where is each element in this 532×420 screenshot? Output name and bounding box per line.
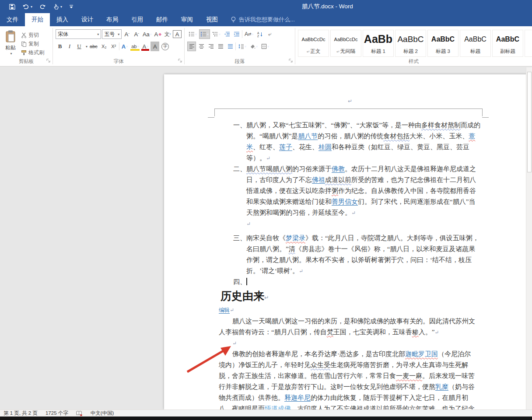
shrink-font-button[interactable]: Aˇ	[132, 29, 141, 39]
style-无间隔[interactable]: AaBbCcDc↵无间隔	[330, 30, 361, 57]
text-line[interactable]: 行并非解脱之道，于是放弃苦行下山。这时一位牧女见到他虚弱不堪，便熬乳糜（奶与谷	[219, 382, 528, 392]
page-indicator[interactable]: 第 1 页, 共 2 页	[4, 410, 38, 416]
character-border-button[interactable]: A	[173, 30, 182, 38]
font-color-button[interactable]: A▾	[141, 42, 150, 51]
tab-插入[interactable]: 插入	[50, 13, 75, 26]
align-center-button[interactable]	[197, 42, 206, 51]
italic-button[interactable]: I	[65, 42, 74, 51]
enclose-characters-button[interactable]: 字	[160, 42, 170, 51]
hyperlink-run[interactable]: 米	[246, 144, 253, 150]
multilevel-list-button[interactable]: ▾	[211, 29, 222, 39]
undo-dropdown-caret[interactable]: ▾	[31, 5, 32, 9]
text-line[interactable]: 名曰腊八粥。”清《房县志》卷十一《风俗》称，“腊八日，以米和麦豆及诸蔬果	[246, 244, 528, 255]
proofing-status[interactable]	[76, 411, 83, 416]
tell-me-box[interactable]: 告诉我您想要做什么...	[231, 13, 295, 26]
undo-icon[interactable]: ▾	[20, 3, 35, 10]
strikethrough-button[interactable]: abc	[88, 42, 99, 51]
underline-button[interactable]: U	[75, 42, 84, 51]
style-标题 1[interactable]: AaBb标题 1	[363, 30, 394, 57]
text-line[interactable]: 天熬粥和喝粥的习俗，并延续至今。↵	[246, 207, 528, 218]
grow-font-button[interactable]: Aˆ	[122, 29, 131, 39]
hyperlink-run[interactable]: 佛祖	[312, 176, 325, 183]
text-line[interactable]: ↵	[232, 338, 528, 349]
hyperlink-run[interactable]: 编辑	[219, 307, 230, 313]
tab-布局[interactable]: 布局	[100, 13, 125, 26]
numbering-button[interactable]: ▾	[199, 29, 210, 39]
font-size-combo[interactable]: 五号▾	[102, 29, 122, 39]
document-content[interactable]: 一、腊八粥，又称“七宝五味粥”、“佛粥”、“大家饭”等，是一种由多样食材熬制而成…	[164, 120, 528, 410]
style-标题 2[interactable]: AaBbC标题 2	[395, 30, 426, 57]
redo-icon[interactable]	[37, 3, 49, 10]
asian-layout-button[interactable]: A⇄▾	[243, 29, 255, 39]
hyperlink-run[interactable]: 乳糜	[435, 383, 448, 390]
line-spacing-button[interactable]: ▾	[237, 42, 248, 51]
text-line[interactable]: 物共煮而成）供养他。释迦牟尼的体力由此恢复，随后于菩提树下入定七日，在腊月初	[219, 392, 528, 403]
text-effects-button[interactable]: A▾	[120, 42, 129, 51]
text-line[interactable]: 粥。“喝腊八粥”是腊八节的习俗，腊八粥的传统食材包括大米、小米、玉米、薏	[246, 131, 528, 142]
font-dialog-launcher[interactable]	[178, 57, 182, 65]
subscript-button[interactable]: X₂	[100, 42, 108, 51]
tab-引用[interactable]: 引用	[125, 13, 150, 26]
shading-button[interactable]: ▾	[248, 42, 259, 51]
distribute-button[interactable]	[226, 42, 234, 51]
style-正文[interactable]: AaBbCcDc↵正文	[298, 30, 329, 57]
hyperlink-run[interactable]: 薏	[469, 133, 475, 140]
show-hide-marks-button[interactable]: ⤶	[266, 29, 274, 39]
hyperlink-run[interactable]: 莲子	[279, 144, 292, 150]
touch-mouse-mode-icon[interactable]: ▾	[50, 3, 65, 11]
customize-qat-icon[interactable]	[66, 3, 76, 10]
copy-button[interactable]: 复制	[21, 40, 44, 48]
tab-开始[interactable]: 开始	[25, 13, 50, 26]
touch-mode-dropdown-caret[interactable]: ▾	[60, 5, 62, 9]
hyperlink-run[interactable]: 佛教	[332, 165, 345, 172]
text-line[interactable]: 和果实做成粥来赠送给门徒和善男信女们。到了宋代，民间逐渐形成在“腊八”当	[246, 196, 528, 207]
tab-视图[interactable]: 视图	[200, 13, 224, 26]
style-标题 3[interactable]: AaBbC标题 3	[427, 30, 458, 57]
borders-button[interactable]: ▾	[260, 42, 270, 51]
text-line[interactable]: ↵	[246, 218, 528, 229]
language-indicator[interactable]: 中文(中国)	[91, 410, 114, 416]
word-count[interactable]: 1725 个字	[46, 410, 68, 416]
text-line[interactable]: 境内）净饭王的儿子，年轻时见众生受生老病死等痛苦折磨，为寻求人生真谛与生死解	[219, 360, 528, 371]
tab-审阅[interactable]: 审阅	[175, 13, 200, 26]
text-line[interactable]: 佛教的创始者释迦牟尼，本名乔达摩·悉达多，是古印度北部迦毗罗卫国（今尼泊尔	[232, 349, 528, 360]
text-line[interactable]: 人李福曾有诗云：“腊月八日粥，传自梵王国，七宝美调和，五味香糁入。”↵	[219, 327, 528, 338]
character-shading-button[interactable]: A	[150, 42, 159, 51]
change-case-button[interactable]: Aa▾	[142, 29, 152, 39]
style-副标题[interactable]: AaBbC副标题	[492, 30, 523, 57]
hyperlink-run[interactable]: 梦梁录	[286, 234, 305, 242]
paragraph-dialog-launcher[interactable]	[289, 57, 293, 65]
bold-button[interactable]: B	[56, 42, 64, 51]
hyperlink-run[interactable]: 悟道成佛	[265, 405, 291, 410]
clipboard-dialog-launcher[interactable]	[46, 57, 51, 65]
text-line[interactable]: 米、红枣、莲子、花生、桂圆和各种豆类（如红豆、绿豆、黄豆、黑豆、芸豆	[246, 142, 528, 153]
text-line[interactable]: 日，古印度人为了不忘佛祖成道以前所受的苦难，也为了纪念佛祖在十二月初八	[246, 175, 528, 186]
format-painter-button[interactable]: 格式刷	[21, 49, 44, 56]
save-icon[interactable]	[6, 3, 18, 11]
align-left-button[interactable]	[187, 42, 196, 51]
underline-caret[interactable]: ▾	[86, 45, 88, 49]
phonetic-guide-button[interactable]: 文ʸ	[163, 29, 172, 39]
text-line[interactable]: 一、腊八粥，又称“七宝五味粥”、“佛粥”、“大家饭”等，是一种由多样食材熬制而成…	[233, 120, 528, 131]
text-line[interactable]: 八，夜睹明星而悟道成佛。古印度人为了不忘佛祖成道以前所受的六年苦难，也为了纪念	[219, 403, 528, 410]
cut-button[interactable]: 剪切	[21, 32, 44, 39]
text-line[interactable]: 脱，舍弃王族生活，出家修道。他在雪山苦行六年，常常日食一麦一麻。后来发现一味苦	[219, 371, 528, 382]
hyperlink-run[interactable]: 善男信女	[332, 198, 358, 205]
font-name-combo[interactable]: 宋体▾	[56, 29, 101, 39]
text-line[interactable]: 二、腊八节喝腊八粥的习俗来源于佛教。农历十二月初八这天是佛祖释迦牟尼成道之	[233, 164, 528, 175]
highlight-color-button[interactable]: ab▾	[130, 42, 140, 51]
style-不[interactable]: Aa不	[525, 30, 532, 57]
text-line[interactable]: 编辑↵	[219, 305, 528, 316]
text-line[interactable]: 历史由来↵	[220, 287, 528, 305]
decrease-indent-button[interactable]	[223, 29, 231, 39]
paste-dropdown-caret[interactable]: ▾	[10, 52, 12, 56]
sort-button[interactable]: AZ	[256, 29, 265, 39]
text-line[interactable]: 作粥，谓之腊八粥。果木有不实者，以斧斫树著粥于穴，问曰：‘结不结，枝压	[246, 255, 528, 266]
hyperlink-run[interactable]: 迦毗罗卫国	[405, 350, 438, 357]
text-line[interactable]: 三、南宋吴自牧《梦梁录》载：“此月八日，寺院谓之腊八。大刹等寺，俱设五味粥，	[233, 233, 528, 244]
text-line[interactable]: 腊八这一天喝腊八粥这一习俗的来历，是和佛陀成佛的故事有关的。因此清代苏州文	[232, 316, 528, 327]
clear-formatting-button[interactable]: A◆	[154, 29, 162, 39]
text-line[interactable]: 等）。↵	[246, 153, 528, 164]
tab-文件[interactable]: 文件	[0, 13, 25, 26]
bullets-button[interactable]: ▾	[187, 29, 198, 39]
